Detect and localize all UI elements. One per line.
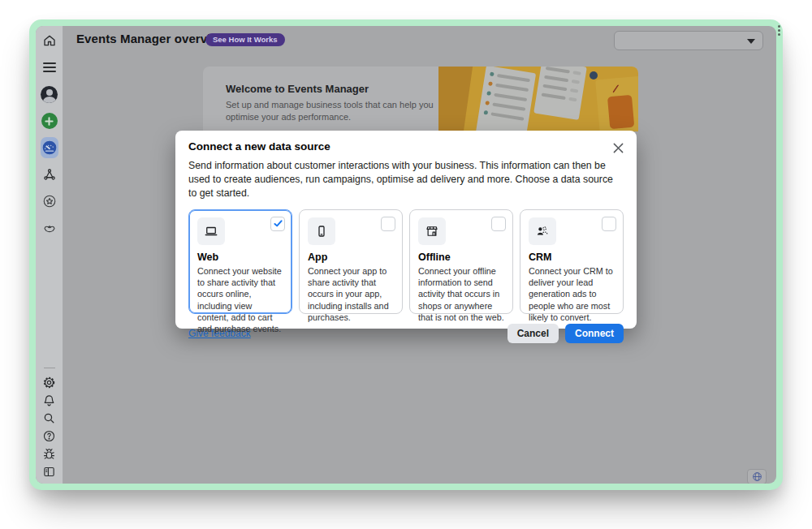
card-title: Web [197, 252, 283, 263]
search-icon [42, 411, 56, 425]
data-source-card-app[interactable]: App Connect your app to share activity t… [299, 209, 403, 314]
account-dropdown[interactable] [614, 31, 763, 50]
sidebar-item-bug-report[interactable] [41, 445, 58, 462]
sidebar [36, 26, 63, 484]
offline-icon-tile [418, 217, 446, 245]
screenshot-frame: Events Manager overview See How It Works… [29, 19, 783, 490]
partners-triangle-icon [42, 167, 57, 182]
sidebar-item-settings[interactable] [41, 374, 58, 390]
card-description: Connect your website to share activity t… [197, 265, 283, 335]
data-source-card-web[interactable]: Web Connect your website to share activi… [188, 209, 292, 314]
plus-icon [41, 113, 58, 129]
page-title: Events Manager overview [76, 32, 227, 45]
sidebar-divider [44, 368, 55, 368]
events-manager-gauge-icon [41, 137, 58, 158]
hamburger-menu-icon [43, 62, 56, 73]
sidebar-item-search[interactable] [41, 410, 58, 426]
connect-button[interactable]: Connect [565, 324, 624, 343]
modal-title: Connect a new data source [188, 140, 624, 153]
home-icon [42, 33, 57, 48]
card-title: Offline [418, 252, 504, 263]
frame-handle-dots-icon [778, 25, 780, 36]
storefront-icon [425, 224, 439, 239]
card-title: CRM [529, 252, 615, 263]
card-description: Connect your app to share activity that … [308, 265, 394, 324]
sidebar-item-collapse-panel[interactable] [41, 463, 58, 480]
sidebar-item-partners[interactable] [41, 166, 58, 183]
sidebar-item-events-manager[interactable] [41, 139, 58, 157]
sidebar-item-help[interactable] [41, 428, 58, 444]
web-checkbox-checked[interactable] [270, 217, 285, 231]
bug-icon [42, 447, 56, 461]
offline-checkbox-unchecked[interactable] [491, 217, 506, 231]
see-how-it-works-badge[interactable]: See How It Works [205, 33, 285, 46]
people-icon [535, 224, 550, 239]
app-icon-tile [308, 217, 335, 245]
gear-icon [42, 376, 56, 389]
card-title: App [308, 252, 394, 263]
web-icon-tile [197, 217, 225, 245]
sidebar-item-home[interactable] [41, 32, 58, 49]
data-source-card-offline[interactable]: Offline Connect your offline information… [409, 209, 513, 314]
sidebar-item-notifications[interactable] [41, 392, 58, 408]
sidebar-item-care[interactable] [41, 219, 58, 237]
sidebar-item-profile[interactable] [41, 85, 58, 103]
language-globe-button[interactable] [747, 469, 767, 484]
globe-icon [752, 471, 762, 482]
mobile-phone-icon [314, 224, 329, 239]
modal-close-button[interactable] [610, 140, 626, 156]
sidebar-item-achievements[interactable] [41, 192, 58, 210]
star-badge-icon [42, 194, 57, 209]
banner-subtitle: Set up and manage business tools that ca… [226, 99, 438, 123]
sidebar-item-menu[interactable] [41, 58, 58, 76]
avatar [41, 86, 58, 103]
crm-checkbox-unchecked[interactable] [602, 217, 616, 231]
banner-illustration [438, 67, 638, 131]
cancel-button[interactable]: Cancel [508, 324, 559, 343]
help-icon [42, 429, 56, 443]
welcome-banner: Welcome to Events Manager Set up and man… [203, 67, 638, 131]
check-icon [274, 220, 283, 227]
panel-toggle-icon [42, 465, 56, 479]
sidebar-item-create[interactable] [41, 112, 58, 130]
card-description: Connect your offline information to send… [418, 265, 504, 324]
data-source-card-crm[interactable]: CRM Connect your CRM to deliver your lea… [520, 209, 624, 314]
app-checkbox-unchecked[interactable] [381, 217, 395, 231]
hands-icon [42, 221, 57, 235]
card-description: Connect your CRM to deliver your lead ge… [529, 265, 615, 324]
modal-description: Send information about customer interact… [188, 159, 622, 201]
bell-icon [42, 394, 56, 407]
events-manager-app: Events Manager overview See How It Works… [36, 26, 776, 484]
crm-icon-tile [529, 217, 556, 245]
chevron-down-icon [747, 39, 755, 44]
banner-title: Welcome to Events Manager [226, 83, 438, 95]
data-source-cards: Web Connect your website to share activi… [188, 209, 624, 314]
connect-data-source-modal: Connect a new data source Send informati… [175, 131, 637, 329]
close-icon [613, 143, 624, 153]
laptop-icon [204, 224, 218, 239]
